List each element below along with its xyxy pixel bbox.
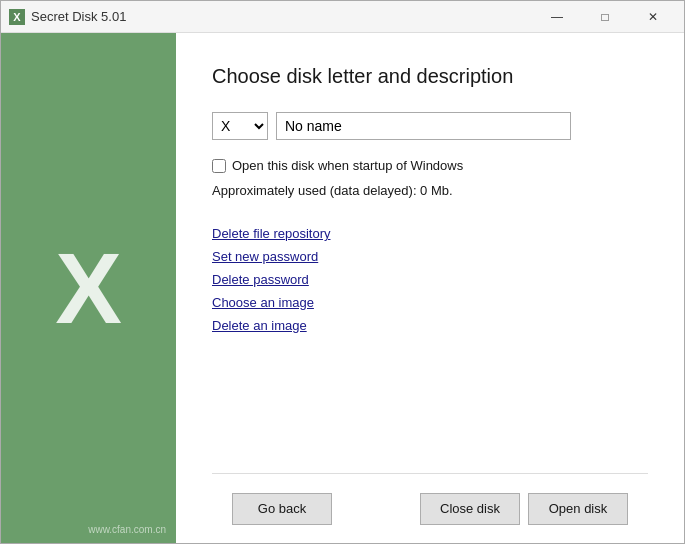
delete-file-repository-link[interactable]: Delete file repository xyxy=(212,226,648,241)
maximize-button[interactable]: □ xyxy=(582,1,628,33)
disk-letter-select[interactable]: CDEFGHIJKLMNOPQRSTUVWXYZ xyxy=(212,112,268,140)
delete-password-link[interactable]: Delete password xyxy=(212,272,648,287)
disk-name-input[interactable] xyxy=(276,112,571,140)
window-body: X www.cfan.com.cn Choose disk letter and… xyxy=(1,33,684,543)
set-new-password-link[interactable]: Set new password xyxy=(212,249,648,264)
page-title: Choose disk letter and description xyxy=(212,65,648,88)
close-button[interactable]: ✕ xyxy=(630,1,676,33)
footer: Go back Close disk Open disk xyxy=(212,473,648,543)
minimize-button[interactable]: — xyxy=(534,1,580,33)
footer-left: Go back xyxy=(232,493,332,525)
title-bar: X Secret Disk 5.01 — □ ✕ xyxy=(1,1,684,33)
sidebar: X www.cfan.com.cn xyxy=(1,33,176,543)
main-window: X Secret Disk 5.01 — □ ✕ X www.cfan.com.… xyxy=(0,0,685,544)
sidebar-logo: X xyxy=(55,238,122,338)
footer-right: Close disk Open disk xyxy=(420,493,628,525)
delete-an-image-link[interactable]: Delete an image xyxy=(212,318,648,333)
close-disk-button[interactable]: Close disk xyxy=(420,493,520,525)
links-section: Delete file repository Set new password … xyxy=(212,226,648,333)
startup-checkbox-row: Open this disk when startup of Windows xyxy=(212,158,648,173)
open-disk-button[interactable]: Open disk xyxy=(528,493,628,525)
info-text: Approximately used (data delayed): 0 Mb. xyxy=(212,183,648,198)
disk-letter-wrapper: CDEFGHIJKLMNOPQRSTUVWXYZ xyxy=(212,112,268,140)
startup-checkbox[interactable] xyxy=(212,159,226,173)
main-content: Choose disk letter and description CDEFG… xyxy=(176,33,684,543)
title-bar-left: X Secret Disk 5.01 xyxy=(9,9,126,25)
window-title: Secret Disk 5.01 xyxy=(31,9,126,24)
choose-an-image-link[interactable]: Choose an image xyxy=(212,295,648,310)
app-icon: X xyxy=(9,9,25,25)
title-bar-controls: — □ ✕ xyxy=(534,1,676,33)
watermark: www.cfan.com.cn xyxy=(88,524,166,535)
startup-checkbox-label[interactable]: Open this disk when startup of Windows xyxy=(232,158,463,173)
disk-row: CDEFGHIJKLMNOPQRSTUVWXYZ xyxy=(212,112,648,140)
go-back-button[interactable]: Go back xyxy=(232,493,332,525)
